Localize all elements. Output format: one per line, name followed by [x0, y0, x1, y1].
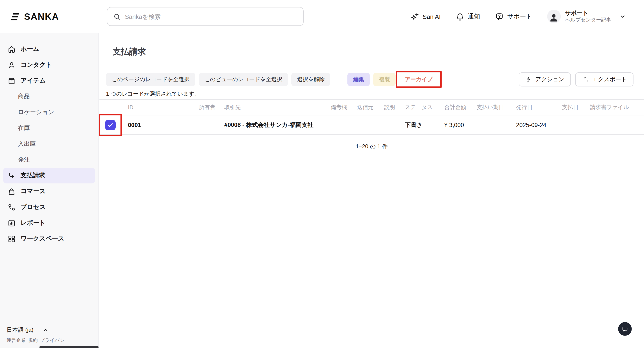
search-bar[interactable]: [107, 7, 304, 26]
sidebar-item-label: 在庫: [18, 124, 30, 132]
footer-link-privacy[interactable]: プライバシー: [40, 337, 70, 343]
column-header-sender[interactable]: 送信元: [357, 104, 374, 111]
column-header-description[interactable]: 説明: [384, 104, 395, 111]
notifications-button[interactable]: 通知: [456, 12, 480, 21]
edit-button[interactable]: 編集: [348, 73, 370, 86]
support-button[interactable]: サポート: [495, 12, 532, 21]
sidebar-item-label: レポート: [20, 219, 46, 227]
sidebar-item-locations[interactable]: ロケーション: [3, 104, 95, 120]
sidebar-item-label: ロケーション: [18, 108, 54, 116]
chat-bubble-icon: [621, 325, 629, 333]
column-header-status[interactable]: ステータス: [405, 104, 432, 111]
notifications-label: 通知: [468, 13, 480, 21]
search-input[interactable]: [125, 13, 298, 20]
horizontal-scrollbar-thumb[interactable]: [40, 346, 98, 348]
sidebar-item-label: ホーム: [20, 45, 39, 53]
clear-selection-button[interactable]: 選択を解除: [292, 73, 330, 86]
cell-id: 0001: [128, 122, 141, 128]
search-icon: [113, 13, 121, 21]
sidebar-nav: ホーム コンタクト アイテム 商品 ロケーション 在庫: [0, 33, 98, 247]
san-ai-button[interactable]: San AI: [410, 12, 441, 21]
app-root: SANKA San AI 通知: [0, 0, 644, 348]
language-label: 日本語 (ja): [6, 326, 34, 334]
sidebar-item-label: 商品: [18, 93, 30, 100]
duplicate-button[interactable]: 複製: [373, 73, 396, 86]
sparkles-icon: [410, 12, 419, 21]
sidebar-item-billing-selected[interactable]: 支払請求: [3, 168, 95, 184]
box-icon: [8, 77, 16, 85]
sidebar-item-label: ワークスペース: [20, 235, 64, 243]
sidebar-item-stock-movements[interactable]: 入出庫: [3, 136, 95, 152]
actions-label: アクション: [535, 75, 564, 83]
lightning-icon: [525, 76, 532, 83]
cell-issue-date: 2025-09-24: [516, 122, 546, 128]
sidebar-item-label: プロセス: [20, 203, 46, 211]
sidebar-item-label: コンタクト: [20, 61, 52, 69]
select-all-page-button[interactable]: このページのレコードを全選択: [106, 73, 195, 86]
export-icon: [582, 76, 588, 83]
sidebar-footer-links: 運営企業 規約 プライバシー: [6, 337, 70, 343]
export-label: エクスポート: [592, 75, 627, 83]
process-flow-icon: [8, 203, 16, 211]
archive-button-wrap: アーカイブ: [399, 73, 438, 86]
language-selector[interactable]: 日本語 (ja): [6, 326, 49, 334]
sanka-logo[interactable]: SANKA: [10, 0, 59, 33]
sidebar-item-items[interactable]: アイテム: [3, 73, 95, 89]
sidebar-item-contacts[interactable]: コンタクト: [3, 57, 95, 73]
top-header: SANKA San AI 通知: [0, 0, 644, 33]
column-header-total[interactable]: 合計金額: [444, 104, 466, 111]
help-bubble-icon: [495, 12, 504, 21]
row-checkbox-wrap: [105, 120, 116, 130]
sidebar-item-label: 入出庫: [18, 140, 36, 148]
archive-button[interactable]: アーカイブ: [399, 73, 438, 86]
sidebar-item-label: コマース: [20, 187, 46, 195]
chat-widget-button[interactable]: [618, 322, 632, 336]
column-header-due-date[interactable]: 支払い期日: [477, 104, 504, 111]
sidebar-item-purchase-orders[interactable]: 発注: [3, 152, 95, 168]
report-chart-icon: [8, 219, 16, 227]
select-all-view-button[interactable]: このビューのレコードを全選択: [199, 73, 288, 86]
row-checkbox-checked[interactable]: [105, 120, 116, 130]
column-header-issue-date[interactable]: 発行日: [516, 104, 532, 111]
sidebar-item-process[interactable]: プロセス: [3, 199, 95, 215]
column-header-invoice-file[interactable]: 請求書ファイル: [590, 104, 629, 111]
footer-link-terms[interactable]: 規約: [28, 337, 38, 343]
sidebar-item-commerce[interactable]: コマース: [3, 184, 95, 199]
selection-status: 1 つのレコードが選択されています。: [106, 90, 200, 98]
footer-link-company[interactable]: 運営企業: [6, 337, 26, 343]
sidebar: ホーム コンタクト アイテム 商品 ロケーション 在庫: [0, 33, 98, 348]
column-header-id[interactable]: ID: [128, 104, 134, 110]
chevron-up-icon: [42, 326, 49, 333]
cell-status: 下書き: [405, 121, 423, 129]
column-header-client[interactable]: 取引先: [224, 104, 241, 111]
home-icon: [8, 45, 16, 53]
user-subtitle: ヘルプセンター記事: [565, 17, 611, 23]
export-button[interactable]: エクスポート: [576, 72, 634, 86]
records-table: ID 所有者 取引先 備考欄 送信元 説明 ステータス 合計金額 支払い期日 発…: [100, 99, 644, 135]
sidebar-item-products[interactable]: 商品: [3, 89, 95, 104]
sidebar-item-label: 支払請求: [20, 171, 45, 180]
pagination-status: 1–20 の 1 件: [100, 143, 644, 150]
support-label: サポート: [507, 13, 532, 21]
logo-text: SANKA: [24, 11, 59, 22]
user-menu[interactable]: サポート ヘルプセンター記事: [547, 10, 626, 23]
sanka-logo-icon: [10, 11, 20, 22]
sidebar-item-inventory[interactable]: 在庫: [3, 120, 95, 136]
column-header-notes[interactable]: 備考欄: [331, 104, 347, 111]
column-header-owner[interactable]: 所有者: [199, 104, 215, 111]
sidebar-item-workspace[interactable]: ワークスペース: [3, 231, 95, 247]
page-title: 支払請求: [112, 46, 146, 58]
arrow-turn-right-icon: [8, 171, 16, 180]
table-row[interactable]: 0001 #0008 - 株式会社サンカ-福岡支社 下書き ¥ 3,000 20…: [100, 115, 644, 135]
selection-toolbar: このページのレコードを全選択 このビューのレコードを全選択 選択を解除 編集 複…: [106, 73, 438, 86]
header-actions: San AI 通知 サポート: [410, 0, 626, 33]
column-header-payment-date[interactable]: 支払日: [562, 104, 578, 111]
grid-icon: [8, 235, 16, 243]
shopping-bag-icon: [8, 187, 16, 196]
sidebar-item-reports[interactable]: レポート: [3, 215, 95, 231]
actions-toolbar: アクション エクスポート: [519, 72, 634, 86]
actions-button[interactable]: アクション: [519, 72, 571, 86]
sidebar-item-label: アイテム: [20, 77, 46, 85]
user-name: サポート: [565, 10, 611, 17]
sidebar-item-home[interactable]: ホーム: [3, 41, 95, 57]
